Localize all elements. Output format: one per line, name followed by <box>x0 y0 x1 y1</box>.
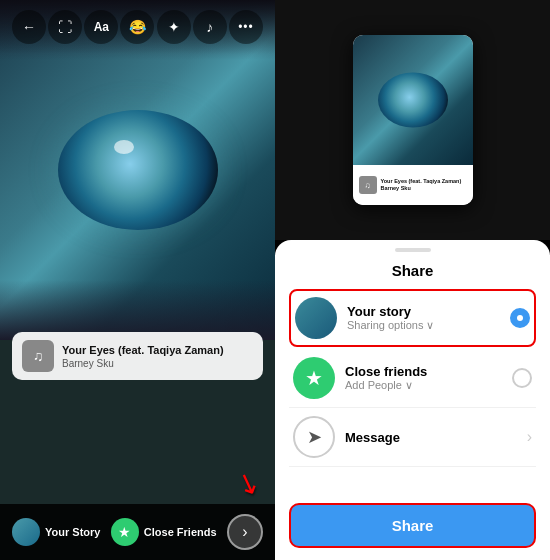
back-icon: ← <box>22 19 36 35</box>
message-text-group: Message <box>345 430 527 445</box>
close-friends-label: Close Friends <box>144 526 217 538</box>
close-friends-row-title: Close friends <box>345 364 512 379</box>
message-row-title: Message <box>345 430 527 445</box>
share-sheet: Share Your story Sharing options ∨ ★ <box>275 240 550 560</box>
your-story-row-title: Your story <box>347 304 510 319</box>
left-panel: ← ⛶ Aa 😂 ✦ ♪ ••• ♫ Your <box>0 0 275 560</box>
eye-pupil <box>58 110 218 230</box>
music-info: Your Eyes (feat. Taqiya Zaman) Barney Sk… <box>62 343 253 368</box>
expand-icon: ⛶ <box>58 19 72 35</box>
chevron-right-icon: › <box>527 428 532 446</box>
music-title: Your Eyes (feat. Taqiya Zaman) <box>62 343 253 357</box>
back-button[interactable]: ← <box>12 10 46 44</box>
message-share-icon: ➤ <box>293 416 335 458</box>
next-icon: › <box>242 523 247 541</box>
share-button[interactable]: Share <box>289 503 536 548</box>
music-icon-box: ♫ <box>22 340 54 372</box>
music-icon: ♪ <box>206 19 213 35</box>
preview-music-card: ♫ Your Eyes (feat. Taqiya Zaman) Barney … <box>353 165 473 205</box>
close-friends-option[interactable]: ★ Close Friends <box>111 518 217 546</box>
bottom-bar: Your Story ★ Close Friends › <box>0 504 275 560</box>
share-options: Your story Sharing options ∨ ★ Close fri… <box>275 287 550 493</box>
close-friends-text-group: Close friends Add People ∨ <box>345 364 512 392</box>
sticker-button[interactable]: 😂 <box>120 10 154 44</box>
drag-handle <box>395 248 431 252</box>
eye-highlight <box>114 140 134 154</box>
share-button-container: Share <box>275 493 550 560</box>
expand-button[interactable]: ⛶ <box>48 10 82 44</box>
preview-music-icon: ♫ <box>359 176 377 194</box>
preview-eye-image <box>353 35 473 165</box>
message-row[interactable]: ➤ Message › <box>289 408 536 467</box>
music-artist: Barney Sku <box>62 358 253 369</box>
radio-selected-icon <box>510 308 530 328</box>
message-chevron[interactable]: › <box>527 428 532 446</box>
red-arrow: ↘ <box>232 464 265 503</box>
preview-music-text: Your Eyes (feat. Taqiya Zaman) Barney Sk… <box>381 178 462 192</box>
your-story-avatar <box>12 518 40 546</box>
your-story-row[interactable]: Your story Sharing options ∨ <box>289 289 536 347</box>
preview-eye-pupil <box>378 73 448 128</box>
close-friends-row[interactable]: ★ Close friends Add People ∨ <box>289 349 536 408</box>
more-icon: ••• <box>238 20 254 34</box>
eye-lashes-bottom <box>0 280 275 340</box>
close-friends-icon: ★ <box>111 518 139 546</box>
top-toolbar: ← ⛶ Aa 😂 ✦ ♪ ••• <box>0 0 275 54</box>
music-card: ♫ Your Eyes (feat. Taqiya Zaman) Barney … <box>12 332 263 380</box>
sticker-icon: 😂 <box>129 19 146 35</box>
your-story-row-sub: Sharing options ∨ <box>347 319 510 332</box>
your-story-text-group: Your story Sharing options ∨ <box>347 304 510 332</box>
right-panel: ♫ Your Eyes (feat. Taqiya Zaman) Barney … <box>275 0 550 560</box>
music-note-icon: ♫ <box>33 348 44 364</box>
your-story-option[interactable]: Your Story <box>12 518 100 546</box>
text-icon: Aa <box>94 20 109 34</box>
music-button[interactable]: ♪ <box>193 10 227 44</box>
your-story-radio[interactable] <box>510 308 530 328</box>
your-story-label: Your Story <box>45 526 100 538</box>
next-button[interactable]: › <box>227 514 263 550</box>
close-friends-row-sub: Add People ∨ <box>345 379 512 392</box>
effects-button[interactable]: ✦ <box>157 10 191 44</box>
preview-card: ♫ Your Eyes (feat. Taqiya Zaman) Barney … <box>353 35 473 205</box>
radio-empty-icon <box>512 368 532 388</box>
share-title: Share <box>275 262 550 279</box>
your-story-share-avatar <box>295 297 337 339</box>
more-button[interactable]: ••• <box>229 10 263 44</box>
close-friends-share-icon: ★ <box>293 357 335 399</box>
story-preview: ♫ Your Eyes (feat. Taqiya Zaman) Barney … <box>275 0 550 240</box>
text-button[interactable]: Aa <box>84 10 118 44</box>
effects-icon: ✦ <box>168 19 180 35</box>
close-friends-radio[interactable] <box>512 368 532 388</box>
